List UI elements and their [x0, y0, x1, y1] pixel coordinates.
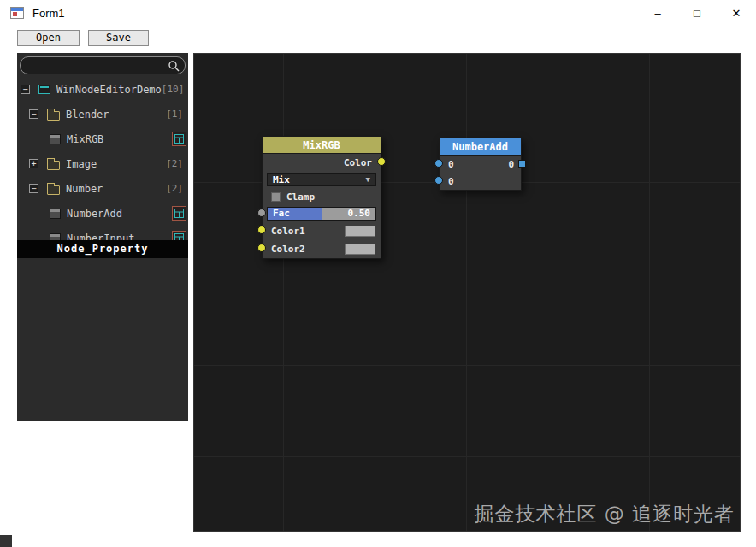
- node-mixrgb-header[interactable]: MixRGB: [262, 136, 381, 153]
- mixrgb-color1-row: Color1: [263, 222, 381, 239]
- node-editor-canvas[interactable]: MixRGB Color Mix ▼ Clamp: [193, 53, 741, 532]
- numberadd-output-socket[interactable]: [518, 160, 526, 168]
- color2-swatch[interactable]: [345, 244, 375, 255]
- tree-item-label: NumberAdd: [67, 208, 122, 220]
- tree-item-image[interactable]: + Image [2]: [17, 151, 188, 176]
- tree-item-label: Number: [66, 183, 103, 195]
- folder-icon: [47, 185, 60, 195]
- tree-item-label: Blender: [66, 109, 109, 121]
- color1-swatch[interactable]: [345, 226, 375, 237]
- node-mixrgb-body: Color Mix ▼ Clamp Fac 0.50: [262, 153, 381, 259]
- search-icon: [168, 60, 180, 72]
- node-tree: − WinNodeEditorDemo [10] − Blender [1] M…: [17, 53, 188, 240]
- fac-slider[interactable]: Fac 0.50: [267, 207, 376, 221]
- collapse-icon[interactable]: −: [29, 109, 38, 119]
- close-button[interactable]: ✕: [717, 0, 756, 26]
- tree-item-count: [2]: [166, 183, 188, 194]
- clamp-label: Clamp: [286, 191, 315, 203]
- mixrgb-mode-row: Mix ▼: [263, 171, 381, 188]
- tree-rows: − WinNodeEditorDemo [10] − Blender [1] M…: [17, 77, 188, 240]
- tree-item-label: MixRGB: [67, 133, 103, 145]
- node-numberadd-body: 0 0 0: [439, 155, 522, 191]
- numberadd-input1-socket[interactable]: [434, 159, 443, 168]
- maximize-button[interactable]: □: [677, 0, 717, 26]
- mixrgb-fac-row: Fac 0.50: [263, 205, 381, 222]
- tree-item-mixrgb[interactable]: MixRGB: [17, 126, 188, 151]
- output-color-label: Color: [344, 157, 381, 168]
- form-app-icon: [10, 7, 24, 19]
- node-numberadd[interactable]: NumberAdd 0 0 0: [439, 138, 522, 191]
- numberadd-row2: 0: [440, 173, 521, 190]
- tree-item-label: NumberInput: [67, 232, 134, 241]
- node-numberadd-header[interactable]: NumberAdd: [439, 138, 522, 155]
- node-property-header: Node_Property: [17, 240, 188, 258]
- node-icon: [50, 134, 61, 144]
- folder-icon: [47, 161, 60, 170]
- node-icon: [50, 209, 61, 219]
- collapse-icon[interactable]: −: [29, 184, 38, 193]
- tree-item-count: [2]: [166, 158, 188, 169]
- mixrgb-color2-row: Color2: [263, 239, 381, 258]
- tree-item-count: [10]: [162, 84, 188, 95]
- toolbar: Open Save: [0, 26, 756, 53]
- numberadd-row1: 0 0: [440, 156, 521, 173]
- fac-input-socket[interactable]: [257, 209, 266, 217]
- node-property-panel: [17, 258, 188, 421]
- fac-label: Fac: [273, 208, 290, 220]
- node-template-icon[interactable]: [172, 231, 186, 240]
- window-controls: – □ ✕: [638, 0, 756, 26]
- mixrgb-output-row: Color: [263, 154, 381, 171]
- scrollbar-corner: [0, 535, 12, 547]
- numberadd-input2-socket[interactable]: [434, 176, 443, 185]
- color1-label: Color1: [263, 226, 305, 237]
- search-box[interactable]: [20, 56, 186, 74]
- color2-input-socket[interactable]: [257, 244, 266, 252]
- clamp-checkbox[interactable]: [271, 192, 281, 202]
- search-input[interactable]: [27, 58, 164, 73]
- expand-icon[interactable]: +: [29, 159, 38, 168]
- open-button[interactable]: Open: [17, 30, 80, 46]
- blend-mode-value: Mix: [273, 174, 290, 185]
- folder-icon: [47, 111, 60, 121]
- app-window-icon: [38, 85, 50, 94]
- node-mixrgb[interactable]: MixRGB Color Mix ▼ Clamp: [262, 136, 381, 259]
- form1-window: Form1 – □ ✕ Open Save − Win: [0, 0, 756, 547]
- tree-item-numberadd[interactable]: NumberAdd: [17, 201, 188, 226]
- tree-item-number[interactable]: − Number [2]: [17, 176, 188, 201]
- fac-value: 0.50: [348, 208, 371, 220]
- save-button[interactable]: Save: [88, 30, 149, 46]
- tree-item-label: Image: [66, 158, 97, 170]
- sidebar: − WinNodeEditorDemo [10] − Blender [1] M…: [17, 53, 188, 421]
- collapse-icon[interactable]: −: [21, 85, 30, 94]
- titlebar: Form1 – □ ✕: [0, 0, 756, 26]
- tree-item-winnodeeditordemo[interactable]: − WinNodeEditorDemo [10]: [17, 77, 188, 102]
- tree-item-label: WinNodeEditorDemo: [56, 84, 162, 96]
- blend-mode-dropdown[interactable]: Mix ▼: [267, 173, 376, 186]
- mixrgb-clamp-row: Clamp: [263, 188, 381, 205]
- window-title: Form1: [32, 7, 65, 20]
- watermark-text: 掘金技术社区 @ 追逐时光者: [474, 501, 735, 527]
- color2-label: Color2: [263, 244, 305, 255]
- color-output-socket[interactable]: [377, 157, 386, 166]
- node-icon: [50, 233, 61, 241]
- minimize-button[interactable]: –: [638, 0, 677, 26]
- chevron-down-icon: ▼: [366, 175, 370, 184]
- node-template-icon[interactable]: [172, 206, 186, 221]
- tree-item-numberinput[interactable]: NumberInput: [17, 226, 188, 240]
- tree-item-blender[interactable]: − Blender [1]: [17, 102, 188, 126]
- color1-input-socket[interactable]: [257, 226, 266, 234]
- tree-item-count: [1]: [166, 109, 188, 120]
- node-template-icon[interactable]: [172, 132, 186, 146]
